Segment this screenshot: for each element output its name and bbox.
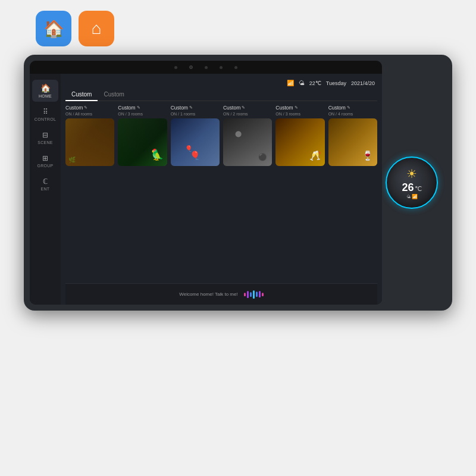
scene-thumb-3[interactable]: 🎈 🎈 [171, 118, 220, 166]
scene-col-2: Custom ✎ ON / 3 rooms 🦜 [118, 105, 167, 281]
wave-3 [250, 292, 252, 297]
scene-thumb-4[interactable]: ⚫ ⬤ [223, 118, 272, 166]
edit-icon-1: ✎ [84, 105, 87, 110]
date-label: 2021/4/20 [351, 80, 375, 86]
edit-icon-2: ✎ [137, 105, 140, 110]
voice-prompt: Welcome home! Talk to me! [179, 292, 237, 297]
screen-content: 🏠 HOME ⠿ CONTROL ⊟ SCENE ⊞ GROUP ℂ EN [30, 74, 382, 305]
home-icon: 🏠 [40, 83, 51, 93]
scene-title-2: Custom ✎ [118, 105, 167, 111]
camera-bar [30, 61, 382, 74]
tab-bar: Custom Custom [65, 89, 377, 101]
sidebar-item-control[interactable]: ⠿ CONTROL [32, 104, 58, 125]
knob-temperature: 26 [402, 182, 414, 193]
right-knob-container: ☀ 26 ℃ 🌤 📶 [382, 156, 441, 209]
scene-sub-2: ON / 3 rooms [118, 112, 167, 116]
scene-sub-6: ON / 4 rooms [328, 112, 377, 116]
day-label: Tuesday [326, 80, 346, 86]
sidebar-label-home: HOME [39, 94, 52, 98]
camera-dot-2 [205, 66, 208, 69]
status-bar: 📶 🌤 22℃ Tuesday 2021/4/20 [65, 79, 377, 89]
sidebar: 🏠 HOME ⠿ CONTROL ⊟ SCENE ⊞ GROUP ℂ EN [30, 74, 61, 305]
knob-unit: ℃ [415, 185, 422, 193]
wifi-icon: 📶 [287, 80, 294, 86]
device-container: 🏠 HOME ⠿ CONTROL ⊟ SCENE ⊞ GROUP ℂ EN [24, 55, 452, 311]
scene-col-6: Custom ✎ ON / 4 rooms 🍷 [328, 105, 377, 281]
scene-sub-4: ON / 2 rooms [223, 112, 272, 116]
sidebar-item-scene[interactable]: ⊟ SCENE [32, 127, 58, 148]
sidebar-label-scene: SCENE [37, 140, 53, 145]
scene-col-4: Custom ✎ ON / 2 rooms ⚫ ⬤ [223, 105, 272, 281]
scenes-grid: Custom ✎ ON / All rooms 🌿 Custom [65, 105, 377, 281]
sidebar-item-home[interactable]: 🏠 HOME [32, 80, 58, 102]
scene-sub-1: ON / All rooms [65, 112, 114, 116]
temperature-status: 22℃ [309, 80, 321, 86]
knob-sub-info: 🌤 📶 [406, 194, 418, 199]
knob-signal-icon: 📶 [412, 194, 418, 199]
control-icon: ⠿ [43, 108, 48, 116]
weather-icon: 🌤 [299, 80, 305, 86]
sidebar-label-ent: ENT [41, 187, 50, 191]
edit-icon-5: ✎ [295, 105, 298, 110]
temperature-knob[interactable]: ☀ 26 ℃ 🌤 📶 [386, 156, 438, 209]
scene-col-3: Custom ✎ ON / 1 rooms 🎈 🎈 [171, 105, 220, 281]
voice-bar: Welcome home! Talk to me! [65, 283, 377, 305]
knob-weather-icon: 🌤 [406, 195, 411, 199]
scene-title-4: Custom ✎ [223, 105, 272, 111]
wave-2 [247, 291, 249, 298]
tab-custom-2[interactable]: Custom [98, 89, 130, 101]
scene-thumb-1[interactable]: 🌿 [65, 118, 114, 166]
scene-col-5: Custom ✎ ON / 3 rooms 🥂 [275, 105, 324, 281]
sidebar-label-group: GROUP [37, 164, 53, 168]
wave-4 [253, 290, 255, 299]
scene-sub-3: ON / 1 rooms [171, 112, 220, 116]
scene-thumb-5[interactable]: 🥂 [275, 118, 324, 166]
sidebar-item-group[interactable]: ⊞ GROUP [32, 151, 58, 171]
screen-panel: 🏠 HOME ⠿ CONTROL ⊟ SCENE ⊞ GROUP ℂ EN [30, 61, 382, 305]
scene-title-3: Custom ✎ [171, 105, 220, 111]
tab-custom-1[interactable]: Custom [65, 89, 98, 101]
scene-thumb-2[interactable]: 🦜 [118, 118, 167, 166]
edit-icon-3: ✎ [189, 105, 193, 110]
scene-thumb-6[interactable]: 🍷 [328, 118, 377, 166]
scene-title-1: Custom ✎ [65, 105, 114, 111]
wave-6 [259, 291, 261, 298]
voice-wave [244, 290, 264, 299]
group-icon: ⊞ [42, 154, 48, 162]
edit-icon-4: ✎ [242, 105, 245, 110]
ent-icon: ℂ [43, 177, 48, 186]
wave-1 [244, 293, 246, 296]
camera-dot-4 [234, 66, 237, 69]
scene-title-5: Custom ✎ [275, 105, 324, 111]
edit-icon-6: ✎ [347, 105, 350, 110]
smarthome-logo: 🏠 [36, 11, 71, 46]
wave-5 [256, 292, 258, 297]
scene-icon: ⊟ [42, 131, 48, 139]
scene-title-6: Custom ✎ [328, 105, 377, 111]
main-area: 📶 🌤 22℃ Tuesday 2021/4/20 Custom Custom [61, 74, 382, 305]
scene-sub-5: ON / 3 rooms [275, 112, 324, 116]
knob-sun-icon: ☀ [406, 167, 417, 181]
scene-col-1: Custom ✎ ON / All rooms 🌿 [65, 105, 114, 281]
logo-row: 🏠 ⌂ [36, 0, 114, 55]
camera-lens [189, 65, 193, 69]
sidebar-label-control: CONTROL [35, 117, 56, 121]
sidebar-item-ent[interactable]: ℂ ENT [32, 174, 58, 195]
camera-dot-1 [174, 66, 177, 69]
wave-7 [262, 293, 264, 296]
tuya-logo: ⌂ [79, 11, 114, 46]
camera-dot-3 [220, 66, 223, 69]
